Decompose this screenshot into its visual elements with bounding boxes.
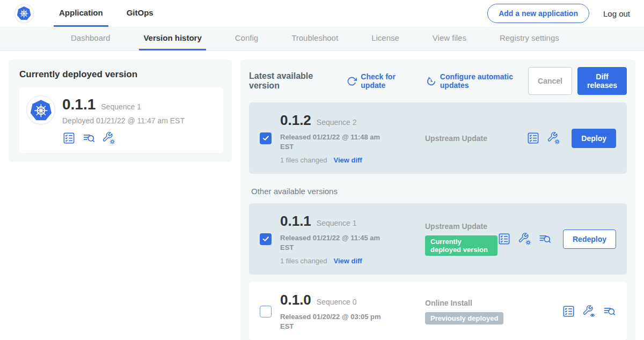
preflight-checklist-icon[interactable] (526, 131, 540, 145)
subnav-registry-settings[interactable]: Registry settings (495, 27, 564, 50)
edit-config-wrench-gear-icon[interactable] (547, 131, 560, 145)
preflight-checklist-icon[interactable] (497, 232, 511, 246)
subnav-troubleshoot[interactable]: Troubleshoot (287, 27, 342, 50)
version-row-0-1-0: 0.1.0 Sequence 0 Released 01/20/22 @ 03:… (249, 282, 627, 340)
app-subnav: Dashboard Version history Config Trouble… (0, 27, 644, 51)
version-checkbox[interactable] (260, 132, 272, 144)
version-source: Online Install Previously deployed (397, 299, 562, 324)
version-row-0-1-1: 0.1.1 Sequence 1 Released 01/21/22 @ 11:… (249, 203, 627, 275)
released-timestamp: Released 01/21/22 @ 11:48 am EST (280, 132, 382, 151)
latest-version-title: Latest available version (249, 71, 333, 91)
edit-config-wrench-gear-icon[interactable] (102, 131, 115, 145)
deployed-timestamp: Deployed 01/21/22 @ 11:47 am EST (62, 116, 185, 125)
header-right: Add a new application Log out (487, 0, 630, 27)
check-for-update-link[interactable]: Check for update (347, 72, 412, 90)
currently-deployed-badge: Currently deployed version (425, 235, 497, 256)
version-number: 0.1.2 (280, 112, 311, 129)
latest-version-header: Latest available version Check for updat… (249, 67, 627, 95)
version-checkbox[interactable] (260, 306, 272, 317)
currently-deployed-title: Currently deployed version (19, 69, 223, 80)
subnav-license[interactable]: License (367, 27, 404, 50)
cancel-button[interactable]: Cancel (528, 67, 572, 95)
files-changed-label: 1 files changed (280, 156, 327, 164)
check-for-update-label: Check for update (361, 72, 412, 90)
release-notes-search-icon[interactable] (538, 232, 552, 246)
subnav-config[interactable]: Config (231, 27, 262, 50)
version-actions: Redeploy (497, 230, 616, 249)
version-source: Upstream Update (397, 134, 526, 143)
release-notes-search-icon[interactable] (603, 305, 616, 318)
view-config-wrench-eye-icon[interactable] (582, 305, 596, 318)
version-checkbox[interactable] (260, 233, 272, 245)
preflight-checklist-icon[interactable] (62, 131, 76, 145)
version-number: 0.1.0 (280, 292, 311, 308)
refresh-icon (347, 76, 357, 86)
diff-releases-button[interactable]: Diff releases (577, 67, 627, 95)
kubernetes-logo-icon (15, 4, 33, 23)
version-history-panel: Latest available version Check for updat… (240, 60, 635, 340)
sequence-label: Sequence 1 (317, 219, 357, 227)
release-notes-search-icon[interactable] (82, 131, 96, 145)
kubernetes-logo-icon (27, 96, 55, 124)
released-timestamp: Released 01/21/22 @ 11:45 am EST (280, 233, 382, 252)
edit-config-wrench-gear-icon[interactable] (518, 232, 531, 246)
subnav-version-history[interactable]: Version history (139, 27, 206, 50)
tab-gitops-label: GitOps (127, 8, 153, 17)
deploy-button[interactable]: Deploy (572, 129, 616, 148)
released-timestamp: Released 01/20/22 @ 03:05 pm EST (280, 312, 382, 331)
subnav-view-files[interactable]: View files (428, 27, 471, 50)
sequence-label: Sequence 0 (317, 298, 357, 306)
source-label: Upstream Update (425, 222, 497, 231)
subnav-dashboard[interactable]: Dashboard (67, 27, 114, 50)
app-logo-wrap (15, 0, 33, 27)
version-actions (562, 305, 616, 318)
deployed-version-number: 0.1.1 (62, 96, 96, 113)
version-source: Upstream Update Currently deployed versi… (397, 222, 497, 256)
files-changed-label: 1 files changed (280, 257, 327, 265)
tab-gitops[interactable]: GitOps (121, 0, 159, 27)
deployed-sequence-label: Sequence 1 (101, 102, 141, 111)
version-actions: Deploy (526, 129, 616, 148)
tab-application[interactable]: Application (54, 0, 108, 27)
redeploy-button[interactable]: Redeploy (563, 230, 616, 249)
tab-application-label: Application (59, 8, 103, 17)
deployed-version-info: 0.1.1 Sequence 1 Deployed 01/21/22 @ 11:… (62, 96, 185, 145)
currently-deployed-panel: Currently deployed version 0.1.1 Sequenc… (9, 60, 232, 162)
other-versions-heading: Other available versions (251, 187, 625, 196)
header-actions: Cancel Diff releases (528, 67, 627, 95)
view-diff-link[interactable]: View diff (333, 156, 362, 164)
view-diff-link[interactable]: View diff (333, 257, 362, 265)
version-number: 0.1.1 (280, 213, 311, 230)
source-label: Upstream Update (425, 134, 526, 143)
configure-automatic-updates-label: Configure automatic updates (440, 72, 528, 90)
top-header: Application GitOps Add a new application… (0, 0, 644, 27)
version-row-0-1-2: 0.1.2 Sequence 2 Released 01/21/22 @ 11:… (249, 102, 627, 174)
logout-button[interactable]: Log out (603, 9, 630, 18)
sequence-label: Sequence 2 (317, 118, 357, 127)
version-info: 0.1.2 Sequence 2 Released 01/21/22 @ 11:… (280, 112, 397, 164)
version-info: 0.1.1 Sequence 1 Released 01/21/22 @ 11:… (280, 213, 397, 265)
deployed-version-card: 0.1.1 Sequence 1 Deployed 01/21/22 @ 11:… (19, 87, 223, 153)
configure-automatic-updates-link[interactable]: Configure automatic updates (426, 72, 528, 90)
add-new-application-button[interactable]: Add a new application (487, 4, 589, 23)
clock-refresh-icon (426, 76, 436, 86)
version-info: 0.1.0 Sequence 0 Released 01/20/22 @ 03:… (280, 292, 397, 331)
preflight-checklist-icon[interactable] (562, 305, 575, 318)
previously-deployed-badge: Previously deployed (425, 312, 503, 324)
main-content: Currently deployed version 0.1.1 Sequenc… (0, 51, 644, 340)
source-label: Online Install (425, 299, 562, 307)
